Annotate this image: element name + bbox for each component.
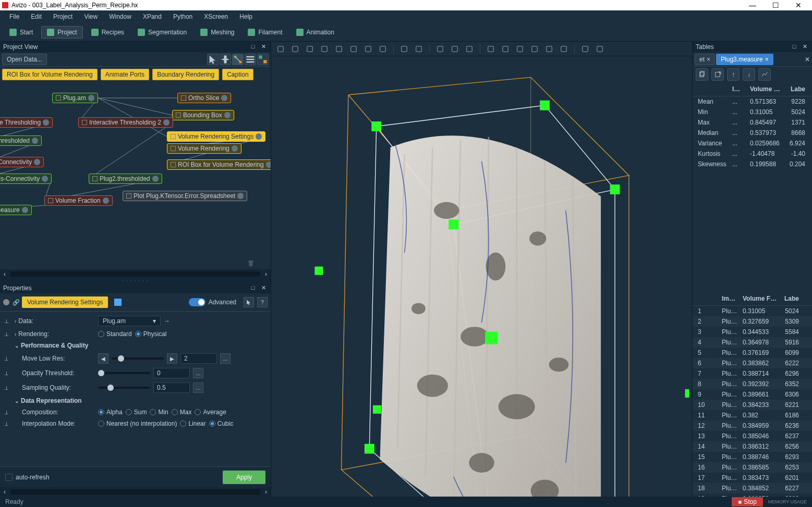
node-roibox[interactable]: ROI Box for Volume Rendering [167,159,271,170]
summary-row[interactable]: Mean...0.5713639228 [693,96,812,107]
table-row[interactable]: 4Plug...0.3649785916 [693,337,812,348]
minimize-button[interactable]: — [741,0,764,10]
arrow-icon[interactable]: → [164,317,170,325]
port-icon[interactable] [237,193,244,199]
col-label[interactable]: Labe [780,294,801,303]
table-row[interactable]: 6Plug...0.3838626222 [693,358,812,368]
step-left[interactable]: ◀ [98,353,108,364]
horizontal-scrollbar[interactable]: ‹› [0,269,271,279]
menu-xpand[interactable]: XPand [138,11,167,22]
ribbon-meshing[interactable]: Meshing [195,27,239,38]
perspective-icon[interactable] [377,43,389,55]
move-low-res-value[interactable]: 2 [180,353,217,364]
port-icon[interactable] [163,119,169,126]
pin-icon[interactable]: ⊥ [4,385,9,391]
menu-help[interactable]: Help [234,11,258,22]
port-icon[interactable] [256,133,262,140]
table-row[interactable]: 11Plug...0.3826186 [693,410,812,421]
visibility-icon[interactable] [92,176,98,181]
tag[interactable]: Animate Ports [101,69,149,80]
eye-off-icon[interactable] [449,43,461,55]
panel-popout-button[interactable]: □ [249,43,257,51]
table-row[interactable]: 5Plug...0.3761696099 [693,348,812,358]
properties-scrollbar[interactable]: ‹› [0,487,271,497]
visibility-icon[interactable] [3,299,9,305]
down-arrow-icon[interactable]: ↓ [743,68,755,81]
radio-average[interactable]: Average [195,409,226,416]
visibility-icon[interactable] [176,113,181,118]
advanced-toggle[interactable] [189,298,205,306]
opacity-slider[interactable] [98,372,150,374]
visibility-icon[interactable] [171,146,176,151]
panel-close-button[interactable]: ✕ [259,43,268,51]
rotate-icon[interactable] [333,43,345,55]
save-icon[interactable] [484,43,497,55]
port-icon[interactable] [88,95,94,101]
tab-plug3-measure[interactable]: Plug3.measure× [716,54,773,65]
color-swatch[interactable] [114,299,122,306]
col-label[interactable]: Labe [784,84,807,94]
menu-xscreen[interactable]: XScreen [199,11,233,22]
split-icon[interactable] [593,43,606,55]
col-volume-fraction[interactable]: Volume Fraction [748,84,784,94]
properties-module-chip[interactable]: Volume Rendering Settings [22,296,108,308]
apply-button[interactable]: Apply [223,471,265,484]
radio-cubic[interactable]: Cubic [209,420,234,427]
menu-python[interactable]: Python [168,11,198,22]
tag[interactable]: Caption [222,69,253,80]
radio-max[interactable]: Max [172,409,192,416]
node-ithr2[interactable]: Interactive Thresholding 2 [78,117,173,128]
more-button[interactable]: … [193,368,203,378]
table-row[interactable]: 10Plug...0.3842336221 [693,400,812,410]
port-icon[interactable] [103,197,109,204]
more-icon[interactable] [558,43,570,55]
sampling-slider[interactable] [98,387,150,389]
node-plot[interactable]: Plot Plug.KTensor.Error.Spreadsheet [123,191,247,201]
pan-icon[interactable] [220,54,231,65]
summary-row[interactable]: Median...0.5379738668 [693,128,812,138]
table-row[interactable]: 2Plug...0.3276595309 [693,316,812,327]
target-icon[interactable] [347,43,360,55]
close-icon[interactable]: × [765,56,769,63]
panel-close-button[interactable]: ✕ [801,43,809,51]
chart-icon[interactable] [758,68,771,81]
node-vrs[interactable]: Volume Rendering Settings [167,131,265,142]
port-icon[interactable] [224,112,231,118]
node-p2thr[interactable]: Plug2.thresholded [89,174,162,184]
settings-icon[interactable] [257,54,269,65]
pin-icon[interactable]: ⊥ [4,421,9,427]
data-select[interactable]: Plug.am▾ [98,316,161,326]
table-row[interactable]: 7Plug...0.3887146296 [693,368,812,379]
pin-icon[interactable]: ⊥ [4,370,9,376]
copy-icon[interactable] [696,68,708,81]
ribbon-project[interactable]: Project [41,26,82,39]
cube-icon[interactable] [398,43,410,55]
ribbon-segmentation[interactable]: Segmentation [132,27,192,38]
ribbon-filament[interactable]: Filament [243,27,287,38]
ruler-icon[interactable] [514,43,526,55]
ribbon-start[interactable]: Start [4,27,38,38]
visibility-icon[interactable] [82,120,87,125]
radio-standard[interactable]: Standard [98,330,132,338]
maximize-button[interactable]: ☐ [764,0,787,10]
table-row[interactable]: 17Plug...0.3834736201 [693,473,812,483]
visibility-icon[interactable] [56,95,61,101]
radio-alpha[interactable]: Alpha [98,409,123,416]
node-plugam[interactable]: Plug.am [52,93,98,103]
view-mode-icon[interactable] [579,43,591,55]
menu-window[interactable]: Window [104,11,137,22]
node-ortho[interactable]: Ortho Slice [177,93,231,103]
node-thr[interactable]: .thresholded [0,135,42,146]
home-icon[interactable] [362,43,374,55]
summary-row[interactable]: Max...0.8454971371 [693,117,812,128]
col-image[interactable]: Image [720,294,741,303]
node-ithr[interactable]: ctive Thresholding [0,117,53,128]
graph-icon[interactable] [232,54,244,65]
col-image[interactable]: Image [730,84,748,94]
list-icon[interactable] [245,54,256,65]
port-icon[interactable] [42,176,48,182]
tag[interactable]: ROI Box for Volume Rendering [2,69,98,80]
node-vfrac[interactable]: Volume Fraction [44,195,113,206]
tag[interactable]: Boundary Rendering [152,69,219,80]
tab-et[interactable]: et× [695,54,715,65]
